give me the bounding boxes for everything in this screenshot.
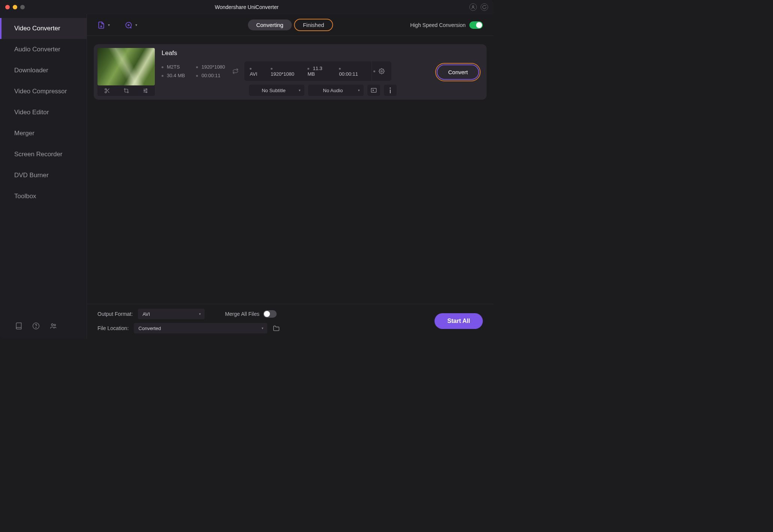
output-format-dropdown[interactable]: AVI▾ [138,309,205,319]
community-icon[interactable] [49,322,57,330]
sidebar-item-label: Merger [14,130,34,137]
output-duration: 00:00:11 [339,66,363,77]
source-size: 30.4 MB [162,73,185,78]
sidebar-item-video-compressor[interactable]: Video Compressor [0,81,87,102]
file-location-dropdown[interactable]: Converted▾ [134,323,267,333]
svg-point-0 [472,6,474,7]
close-window-button[interactable] [5,5,10,9]
svg-point-7 [105,88,106,90]
source-duration: 00:00:11 [196,73,225,78]
gear-icon[interactable] [372,61,386,81]
sidebar-item-label: Downloader [14,67,48,74]
svg-point-2 [36,327,36,328]
sidebar-item-label: Video Editor [14,109,49,116]
sidebar-item-toolbox[interactable]: Toolbox [0,186,87,207]
job-card: Leafs M2TS 1920*1080 30.4 MB 00:00:11 AV… [94,44,487,100]
sidebar-item-label: Video Converter [14,25,60,32]
high-speed-toggle[interactable] [469,21,483,29]
sidebar-item-merger[interactable]: Merger [0,123,87,144]
convert-button[interactable]: Convert [437,64,479,80]
tab-finished[interactable]: Finished [295,19,333,30]
source-metadata: M2TS 1920*1080 30.4 MB 00:00:11 [162,64,225,78]
file-name: Leafs [162,49,428,57]
load-dvd-button[interactable]: ▾ [125,21,137,29]
crop-button[interactable] [117,85,136,96]
svg-point-4 [54,324,55,326]
svg-point-14 [390,88,391,89]
source-resolution: 1920*1080 [196,64,225,70]
add-files-button[interactable]: ▾ [97,21,110,29]
svg-point-6 [128,24,129,25]
app-title: Wondershare UniConverter [215,4,279,10]
window-controls [5,5,25,9]
chevron-down-icon: ▾ [262,326,264,330]
convert-button-highlight: Convert [435,63,481,81]
merge-all-label: Merge All Files [225,311,259,317]
subtitle-dropdown[interactable]: No Subtitle▾ [249,85,304,96]
sidebar-item-label: Toolbox [14,193,36,200]
video-thumbnail[interactable] [97,48,155,85]
file-location-label: File Location: [97,325,129,331]
open-folder-button[interactable] [273,325,280,332]
window-titlebar: Wondershare UniConverter [0,0,493,14]
sidebar-item-dvd-burner[interactable]: DVD Burner [0,165,87,186]
audio-dropdown[interactable]: No Audio▾ [308,85,364,96]
sidebar: Video Converter Audio Converter Download… [0,14,87,339]
sidebar-item-label: Audio Converter [14,46,60,53]
svg-point-3 [51,324,53,326]
chevron-down-icon: ▾ [358,88,360,92]
info-button[interactable] [384,85,397,96]
sidebar-item-label: Video Compressor [14,88,67,95]
minimize-window-button[interactable] [13,5,17,9]
tabs: Converting Finished [248,19,332,30]
convert-arrow-icon [232,67,239,75]
chevron-down-icon: ▾ [108,23,110,27]
output-size: 11.3 MB [307,66,331,77]
trim-button[interactable] [97,85,117,96]
toolbar: ▾ ▾ Converting Finished High Speed Conve… [87,14,493,36]
sidebar-item-label: DVD Burner [14,172,49,179]
svg-point-10 [144,90,145,91]
output-format: AVI [250,66,262,77]
sidebar-item-video-editor[interactable]: Video Editor [0,102,87,123]
output-resolution: 1920*1080 [271,66,299,77]
svg-point-11 [146,92,147,93]
effects-button[interactable] [136,85,155,96]
chevron-down-icon: ▾ [299,88,301,92]
chevron-down-icon: ▾ [199,312,201,316]
svg-point-8 [105,91,106,93]
expand-preview-button[interactable] [367,85,380,96]
svg-point-9 [146,89,147,90]
output-settings[interactable]: AVI 1920*1080 11.3 MB 00:00:11 [244,61,391,81]
sidebar-item-screen-recorder[interactable]: Screen Recorder [0,144,87,165]
high-speed-label: High Speed Conversion [410,22,466,28]
start-all-button[interactable]: Start All [434,313,483,329]
svg-rect-15 [390,90,391,93]
merge-all-toggle[interactable] [263,310,277,318]
sidebar-item-downloader[interactable]: Downloader [0,60,87,81]
chevron-down-icon: ▾ [135,23,137,27]
sidebar-item-audio-converter[interactable]: Audio Converter [0,39,87,60]
sidebar-item-label: Screen Recorder [14,151,63,158]
feedback-icon[interactable] [481,3,488,11]
maximize-window-button[interactable] [20,5,25,9]
tutorials-icon[interactable] [15,322,22,330]
account-icon[interactable] [469,3,477,11]
svg-point-12 [381,70,382,72]
output-format-label: Output Format: [97,311,133,317]
source-format: M2TS [162,64,185,70]
footer: Output Format: AVI▾ Merge All Files File… [87,304,493,339]
tab-converting[interactable]: Converting [248,19,292,30]
sidebar-item-video-converter[interactable]: Video Converter [0,18,87,39]
help-icon[interactable] [32,322,40,330]
